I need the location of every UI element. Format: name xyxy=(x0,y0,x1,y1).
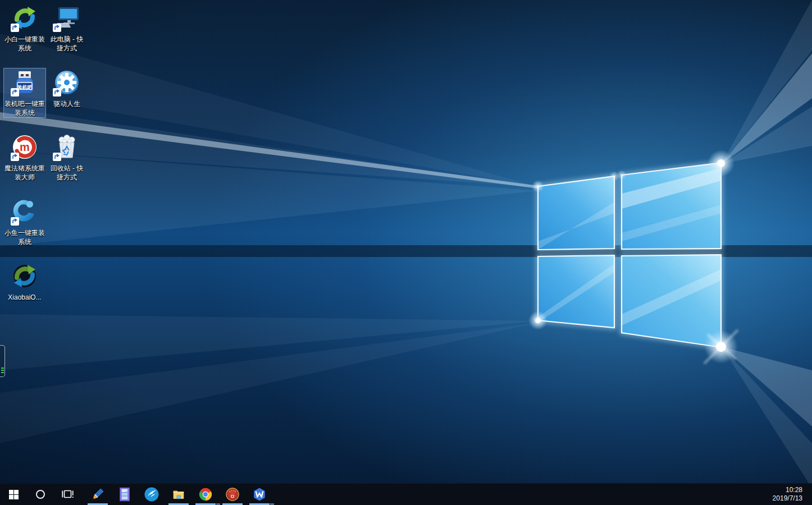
start-button[interactable] xyxy=(0,484,27,505)
desktop-icon-xiaobai-reinstall[interactable]: 小白一键重装系统 xyxy=(3,3,46,53)
chrome-icon xyxy=(198,487,213,502)
gear-icon xyxy=(54,70,80,95)
taskbar-app-pencil-editor[interactable] xyxy=(84,484,111,505)
taskbar-app-file-explorer[interactable] xyxy=(165,484,192,505)
desktop-icon-label: 此电脑 - 快捷方式 xyxy=(46,35,88,53)
clock-date: 2019/7/13 xyxy=(773,494,802,503)
edge-dock-lines-icon xyxy=(0,366,4,373)
shortcut-arrow-icon xyxy=(11,217,19,226)
shortcut-arrow-icon xyxy=(53,88,61,97)
refresh-arrows-dark-icon xyxy=(12,263,38,289)
desktop-icon-label: 回收站 - 快捷方式 xyxy=(46,164,88,182)
desktop-icon-qudongrensheng[interactable]: 驱动人生 xyxy=(45,68,88,109)
desktop-icon-label: 小白一键重装系统 xyxy=(4,35,45,53)
desktop-icon-zhuangjiba[interactable]: 装机吧 装机吧一键重装系统 xyxy=(3,68,46,118)
windows-hero-wallpaper xyxy=(0,0,812,505)
task-view-icon xyxy=(61,488,74,501)
taskbar-app-video-player[interactable] xyxy=(111,484,138,505)
red-seal-icon xyxy=(225,487,240,502)
shortcut-arrow-icon xyxy=(53,24,61,32)
desktop-background[interactable]: 小白一键重装系统 此电脑 - 快捷方式 xyxy=(0,0,812,505)
edge-dock-handle[interactable] xyxy=(0,345,5,377)
taskbar-app-red-seal[interactable] xyxy=(219,484,246,505)
search-button[interactable] xyxy=(27,484,54,505)
shortcut-arrow-icon xyxy=(11,24,19,32)
bird-icon xyxy=(144,486,159,502)
desktop-icon-label: 小鱼一键重装系统 xyxy=(4,228,45,246)
usb-drive-badge: 装机吧 xyxy=(17,84,33,91)
taskbar-app-bird[interactable] xyxy=(138,484,165,505)
search-circle-icon xyxy=(36,490,45,499)
recycle-bin-icon xyxy=(54,134,80,160)
shortcut-arrow-icon xyxy=(11,88,19,97)
taskbar-app-chrome[interactable] xyxy=(192,484,219,505)
wps-hexagon-icon xyxy=(252,486,267,502)
shortcut-arrow-icon xyxy=(53,153,61,161)
desktop-icon-label: 魔法猪系统重装大师 xyxy=(4,164,45,182)
windows-logo-icon xyxy=(9,490,19,499)
pencil-icon xyxy=(90,487,105,502)
desktop-icon-xiaobai-online[interactable]: XiaobaiO... xyxy=(3,261,46,302)
usb-drive-icon: 装机吧 xyxy=(12,70,38,95)
desktop-icon-recycle-bin[interactable]: 回收站 - 快捷方式 xyxy=(45,132,88,182)
fish-swirl-icon xyxy=(12,199,38,224)
taskbar-app-wps[interactable] xyxy=(246,484,273,505)
computer-icon xyxy=(54,5,80,31)
task-view-button[interactable] xyxy=(54,484,81,505)
folder-icon xyxy=(171,487,186,502)
desktop-icon-this-pc[interactable]: 此电脑 - 快捷方式 xyxy=(45,3,88,53)
magic-pig-icon: m xyxy=(12,134,38,160)
taskbar: 10:28 2019/7/13 xyxy=(0,483,812,505)
taskbar-clock[interactable]: 10:28 2019/7/13 xyxy=(768,486,809,503)
desktop-icon-label: 装机吧一键重装系统 xyxy=(4,99,45,117)
clock-time: 10:28 xyxy=(773,486,802,494)
shortcut-arrow-icon xyxy=(11,153,19,161)
desktop-icon-mofazhu[interactable]: m 魔法猪系统重装大师 xyxy=(3,132,46,182)
desktop-icon-xiaoyu[interactable]: 小鱼一键重装系统 xyxy=(3,197,46,247)
refresh-arrows-icon xyxy=(12,5,38,31)
svg-text:m: m xyxy=(20,141,30,153)
desktop-icon-label: 驱动人生 xyxy=(46,99,88,108)
taskbar-pinned-apps xyxy=(84,484,273,505)
film-strip-icon xyxy=(117,487,132,502)
desktop-icon-label: XiaobaiO... xyxy=(4,293,45,302)
